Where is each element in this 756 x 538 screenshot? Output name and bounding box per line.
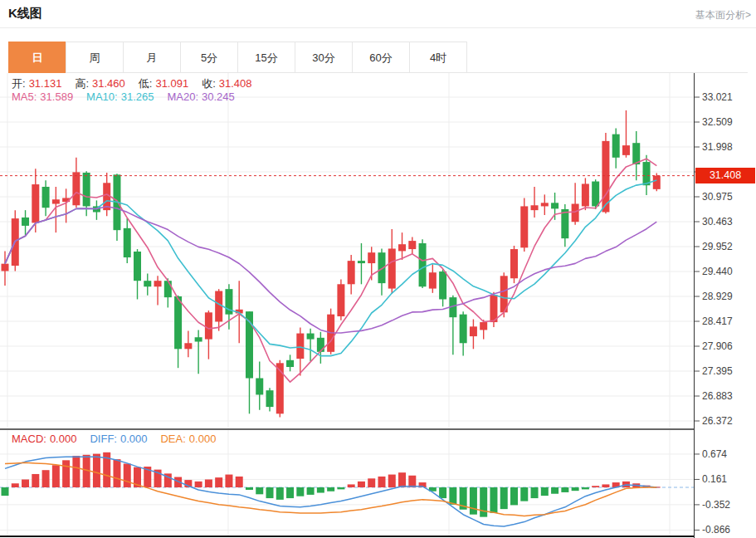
price-axis-label: 27.395 (702, 365, 733, 377)
ohlc-row-value-0: 31.131 (29, 77, 62, 90)
tab-timeframe-3[interactable]: 5分 (180, 42, 238, 73)
tab-timeframe-0[interactable]: 日 (8, 42, 66, 73)
tab-timeframe-4[interactable]: 15分 (237, 42, 295, 73)
ma-row-value-1: 31.265 (121, 90, 154, 103)
kline-widget: K线图 基本面分析> 日周月5分15分30分60分4时 33.02132.509… (0, 0, 756, 538)
macd-axis-label: -0.352 (702, 499, 730, 511)
ohlc-row-value-3: 31.408 (219, 77, 252, 90)
price-axis-label: 31.998 (702, 141, 733, 153)
price-axis-label: 27.906 (702, 340, 733, 352)
price-axis-label: 26.883 (702, 390, 733, 402)
timeframe-tabbar: 日周月5分15分30分60分4时 (8, 42, 748, 73)
current-price-badge: 31.408 (695, 168, 755, 183)
header-divider (0, 27, 756, 28)
macd-info: MACD:0.000DIFF:0.000DEA:0.000 (12, 433, 229, 445)
ma-info: MA5:31.589MA10:31.265MA20:30.245 (12, 90, 248, 103)
macd-axis-label: 0.161 (702, 473, 727, 485)
tab-timeframe-5[interactable]: 30分 (295, 42, 353, 73)
ohlc-row-value-1: 31.460 (92, 77, 125, 90)
price-axis-label: 29.952 (702, 241, 733, 252)
macd-row-value-0: 0.000 (50, 433, 77, 445)
macd-row-label-2: DEA: (160, 433, 185, 445)
macd-axis-label: -0.866 (702, 524, 730, 536)
price-axis-label: 33.021 (702, 91, 733, 103)
macd-row-value-1: 0.000 (120, 433, 148, 445)
macd-row-label-1: DIFF: (90, 433, 117, 445)
ohlc-info: 开:31.131高:31.460低:31.091收:31.408 (12, 76, 266, 91)
ma-row-label-2: MA20: (167, 90, 198, 103)
diff-line (5, 457, 656, 526)
price-axis-label: 29.440 (702, 266, 733, 277)
tab-timeframe-6[interactable]: 60分 (352, 42, 410, 73)
fundamental-analysis-link[interactable]: 基本面分析> (695, 8, 751, 22)
ohlc-row-label-3: 收: (202, 77, 216, 90)
macd-row-label-0: MACD: (12, 433, 46, 445)
ohlc-row-label-2: 低: (139, 77, 153, 90)
tab-timeframe-2[interactable]: 月 (123, 42, 181, 73)
macd-histogram (2, 452, 661, 517)
page-title: K线图 (8, 6, 42, 22)
ma-row-label-1: MA10: (86, 90, 118, 103)
ma-row-label-0: MA5: (12, 90, 37, 103)
tab-timeframe-1[interactable]: 周 (66, 42, 124, 73)
ma-row-value-0: 31.589 (40, 90, 73, 103)
macd-axis-label: 0.674 (702, 448, 727, 460)
price-gridlines: 33.02132.50931.99830.97530.46329.95229.4… (0, 73, 733, 428)
chart-area: 33.02132.50931.99830.97530.46329.95229.4… (0, 73, 756, 538)
ma-row-value-2: 30.245 (202, 90, 235, 103)
price-axis-label: 26.372 (702, 415, 733, 427)
price-axis-label: 28.417 (702, 315, 733, 327)
ohlc-row-label-1: 高: (75, 77, 89, 90)
macd-row-value-2: 0.000 (189, 433, 217, 445)
price-axis-label: 28.929 (702, 291, 733, 302)
price-axis-label: 32.509 (702, 116, 733, 128)
ohlc-row-value-2: 31.091 (155, 77, 188, 90)
price-axis-label: 30.975 (702, 191, 733, 203)
candlestick-chart[interactable]: 33.02132.50931.99830.97530.46329.95229.4… (0, 73, 756, 428)
ohlc-row-label-0: 开: (12, 77, 26, 90)
tab-timeframe-7[interactable]: 4时 (409, 42, 467, 73)
price-axis-label: 30.463 (702, 216, 733, 227)
